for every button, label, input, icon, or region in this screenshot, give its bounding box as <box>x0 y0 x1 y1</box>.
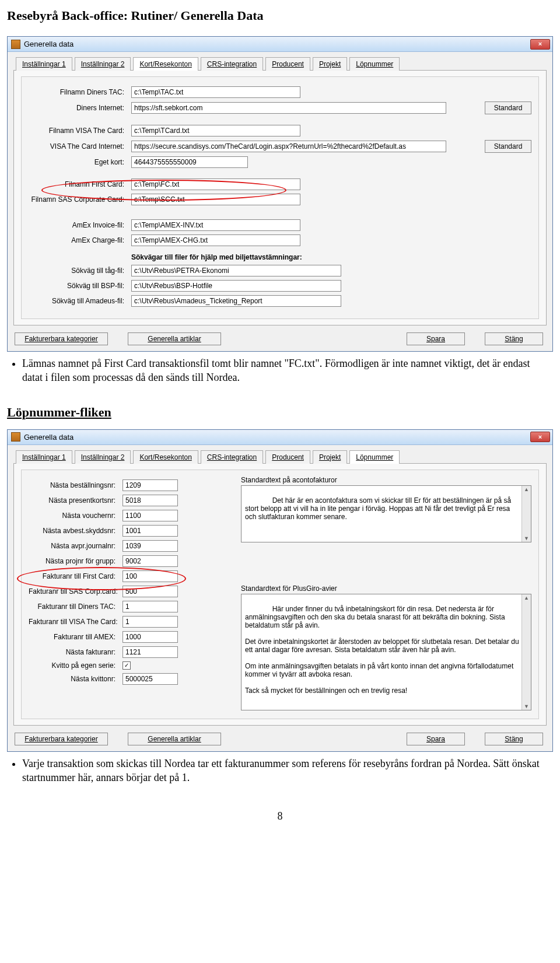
bullet-list-1: Lämnas namnet på First Card transaktions… <box>7 356 553 385</box>
button-label: Stäng <box>505 735 523 743</box>
label-sokvagar-heading: Sökvägar till filer för hjälp med biljet… <box>131 253 531 261</box>
tab-label: Producent <box>272 453 304 461</box>
input-eget-kort[interactable] <box>131 156 248 168</box>
titlebar-text: Generella data <box>24 40 530 48</box>
input-fnr-first-card[interactable] <box>123 570 178 582</box>
tab-label: CRS-integration <box>207 453 257 461</box>
close-button[interactable]: × <box>530 432 550 442</box>
label-sas-file: Filnamn SAS Corporate Card: <box>29 195 128 204</box>
input-diners-internet[interactable] <box>131 102 446 114</box>
tab-producent[interactable]: Producent <box>265 57 310 71</box>
input-amadeus-fil[interactable] <box>131 295 341 307</box>
label-amex-inv: AmEx Invoice-fil: <box>29 221 128 229</box>
tab-producent[interactable]: Producent <box>265 450 310 464</box>
bullet-list-2: Varje transaktion som skickas till Norde… <box>7 757 553 785</box>
button-label: Generella artiklar <box>148 735 201 743</box>
generella-artiklar-button[interactable]: Generella artiklar <box>128 733 221 745</box>
input-amex-inv[interactable] <box>131 219 300 231</box>
input-sas-file[interactable] <box>131 194 300 205</box>
tab-label: Inställningar 2 <box>81 453 125 461</box>
close-button[interactable]: × <box>530 39 550 50</box>
input-projnr-grupp[interactable] <box>123 555 178 567</box>
fakturerbara-kategorier-button[interactable]: Fakturerbara kategorier <box>15 332 108 345</box>
tab-crs-integration[interactable]: CRS-integration <box>201 57 263 71</box>
input-nasta-fakturanr[interactable] <box>123 646 178 658</box>
spara-button[interactable]: Spara <box>407 733 465 745</box>
tab-label: CRS-integration <box>207 60 257 68</box>
fakturerbara-kategorier-button[interactable]: Fakturerbara kategorier <box>15 733 108 745</box>
label-nasta-fakturanr: Nästa fakturanr: <box>29 648 119 656</box>
input-visa-file[interactable] <box>131 125 300 136</box>
tabstrip: Inställningar 1 Inställningar 2 Kort/Res… <box>13 57 547 71</box>
input-bestallningsnr[interactable] <box>123 479 178 491</box>
titlebar-text: Generella data <box>24 433 530 442</box>
spara-button[interactable]: Spara <box>407 332 465 345</box>
textarea-content: Det här är en acontofaktura som vi skick… <box>245 496 513 521</box>
input-fnr-visa[interactable] <box>123 616 178 628</box>
tab-label: Producent <box>272 60 304 68</box>
label-fc-file: Filnamn First Card: <box>29 180 128 188</box>
textarea-stdtxt-aconto[interactable]: Det här är en acontofaktura som vi skick… <box>241 485 531 542</box>
bullet-item: Varje transaktion som skickas till Norde… <box>22 757 553 785</box>
tab-installningar-2[interactable]: Inställningar 2 <box>75 57 131 71</box>
scrollbar[interactable] <box>522 486 531 542</box>
checkbox-kvitto-egen-serie[interactable]: ✓ <box>123 661 131 670</box>
label-visa-file: Filnamn VISA The Card: <box>29 127 128 135</box>
label-fnr-diners: Fakturanr till Diners TAC: <box>29 603 119 611</box>
tab-lopnummer[interactable]: Löpnummer <box>349 57 400 71</box>
input-vouchernr[interactable] <box>123 510 178 521</box>
page-number: 8 <box>7 810 553 822</box>
input-fnr-diners[interactable] <box>123 601 178 612</box>
tab-crs-integration[interactable]: CRS-integration <box>201 450 263 464</box>
tab-kort-resekonton[interactable]: Kort/Resekonton <box>133 450 198 464</box>
section-title-lopnummer: Löpnummer-fliken <box>7 405 553 420</box>
tab-installningar-1[interactable]: Inställningar 1 <box>16 57 72 71</box>
input-fc-file[interactable] <box>131 178 300 190</box>
label-projnr-grupp: Nästa projnr för grupp: <box>29 557 119 565</box>
tab-installningar-1[interactable]: Inställningar 1 <box>16 450 72 464</box>
label-avbestskyddsnr: Nästa avbest.skyddsnr: <box>29 527 119 535</box>
generella-artiklar-button[interactable]: Generella artiklar <box>128 332 221 345</box>
label-stdtxt-plusgiro: Standardtext för PlusGiro-avier <box>241 584 531 593</box>
input-fnr-sas[interactable] <box>123 586 178 597</box>
label-amex-chg: AmEx Charge-fil: <box>29 236 128 244</box>
button-label: Generella artiklar <box>148 335 201 343</box>
tab-lopnummer[interactable]: Löpnummer <box>349 450 400 464</box>
tab-installningar-2[interactable]: Inställningar 2 <box>75 450 131 464</box>
tab-projekt[interactable]: Projekt <box>313 450 347 464</box>
tabstrip: Inställningar 1 Inställningar 2 Kort/Res… <box>13 450 547 464</box>
stang-button[interactable]: Stäng <box>485 332 543 345</box>
tab-label: Inställningar 1 <box>22 60 66 68</box>
label-visa-internet: VISA The Card Internet: <box>29 142 128 150</box>
bottom-button-bar: Fakturerbara kategorier Generella artikl… <box>13 729 547 745</box>
tab-label: Projekt <box>319 60 341 68</box>
input-diners-tac[interactable] <box>131 86 300 98</box>
standard-button-diners[interactable]: Standard <box>485 101 531 114</box>
input-avbestskyddsnr[interactable] <box>123 525 178 537</box>
page-title: Resebyrå Back-office: Rutiner/ Generella… <box>7 8 553 23</box>
label-stdtxt-aconto: Standardtext på acontofakturor <box>241 476 531 484</box>
label-bsp-fil: Sökväg till BSP-fil: <box>29 282 128 290</box>
input-nasta-kvittonr[interactable] <box>123 673 178 685</box>
input-amex-chg[interactable] <box>131 234 300 246</box>
input-avprjournalnr[interactable] <box>123 540 178 552</box>
textarea-content: Här under finner du två inbetalningskort… <box>245 605 521 695</box>
label-diners-internet: Diners Internet: <box>29 104 128 112</box>
tab-projekt[interactable]: Projekt <box>313 57 347 71</box>
input-tag-fil[interactable] <box>131 265 341 276</box>
label-eget-kort: Eget kort: <box>29 158 128 166</box>
textarea-stdtxt-plusgiro[interactable]: Här under finner du två inbetalningskort… <box>241 594 531 710</box>
button-label: Spara <box>426 335 445 343</box>
label-presentkortsnr: Nästa presentkortsnr: <box>29 496 119 505</box>
scrollbar[interactable] <box>522 594 531 710</box>
app-icon <box>11 40 20 49</box>
input-visa-internet[interactable] <box>131 141 446 152</box>
label-fnr-visa: Fakturanr till VISA The Card: <box>29 618 119 626</box>
tab-kort-resekonton[interactable]: Kort/Resekonton <box>133 57 198 71</box>
input-fnr-amex[interactable] <box>123 631 178 643</box>
stang-button[interactable]: Stäng <box>485 733 543 745</box>
standard-button-visa[interactable]: Standard <box>485 140 531 153</box>
input-bsp-fil[interactable] <box>131 280 341 292</box>
button-label: Fakturerbara kategorier <box>24 335 97 343</box>
input-presentkortsnr[interactable] <box>123 495 178 506</box>
